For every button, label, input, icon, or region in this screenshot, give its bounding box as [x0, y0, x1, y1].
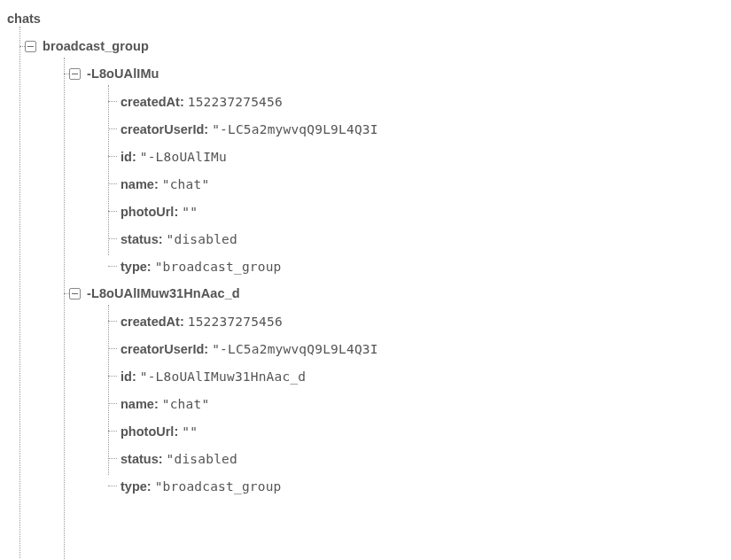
tree-connector: [108, 431, 117, 432]
tree-leaf[interactable]: status: "disabled: [96, 225, 731, 253]
prop-key: creatorUserId: [121, 342, 204, 356]
tree-row[interactable]: -L8oUAlIMuw31HnAac_d: [50, 280, 731, 307]
tree-connector: [108, 238, 117, 239]
tree-connector: [108, 128, 117, 129]
tree-connector: [108, 486, 117, 486]
prop-value: "-L8oUAlIMu: [140, 150, 227, 164]
prop-key: status: [121, 232, 159, 246]
tree-node: -L8oUAlIMuw31HnAac_d createdAt: 15223727…: [50, 280, 731, 500]
tree-label: -L8oUAlIMu: [87, 60, 159, 88]
prop-key: status: [121, 452, 159, 466]
prop-value: "chat": [162, 397, 210, 411]
tree-leaf[interactable]: status: "disabled: [96, 445, 731, 472]
tree-leaf[interactable]: creatorUserId: "-LC5a2mywvqQ9L9L4Q3I: [96, 335, 731, 362]
prop-key: photoUrl: [121, 205, 174, 219]
tree-connector: [19, 46, 25, 47]
tree-connector: [108, 266, 117, 267]
tree-row[interactable]: broadcast_group: [14, 33, 731, 60]
tree-row-root[interactable]: chats: [5, 5, 731, 33]
collapse-icon[interactable]: [69, 288, 81, 299]
prop-value: "": [182, 205, 198, 219]
prop-key: type: [121, 260, 147, 274]
tree-leaf[interactable]: photoUrl: "": [96, 417, 731, 445]
prop-key: id: [121, 369, 132, 384]
prop-value: "broadcast_group: [155, 479, 282, 494]
prop-key: name: [121, 177, 154, 191]
prop-value: "-LC5a2mywvqQ9L9L4Q3I: [212, 122, 378, 136]
tree-label: -L8oUAlIMuw31HnAac_d: [87, 280, 240, 307]
tree-leaf[interactable]: photoUrl: "": [96, 198, 731, 225]
prop-value: 152237275456: [188, 95, 283, 109]
tree-connector: [108, 321, 117, 322]
prop-key: id: [121, 150, 132, 164]
tree-node: broadcast_group -L8oUAlIMu: [14, 33, 731, 500]
prop-value: "disabled: [167, 452, 237, 466]
tree-connector: [108, 211, 117, 212]
tree-connector: [108, 183, 117, 184]
prop-value: "": [182, 424, 198, 439]
collapse-icon[interactable]: [69, 68, 81, 80]
prop-value: "-L8oUAlIMuw31HnAac_d: [140, 369, 307, 384]
tree-connector: [108, 348, 117, 349]
prop-key: type: [121, 479, 147, 494]
tree-label-root: chats: [7, 5, 41, 33]
tree-connector: [108, 403, 117, 404]
prop-key: createdAt: [121, 315, 180, 329]
prop-key: name: [121, 397, 154, 411]
tree-connector: [64, 74, 69, 74]
tree-leaf[interactable]: name: "chat": [96, 390, 731, 417]
tree-leaf[interactable]: creatorUserId: "-LC5a2mywvqQ9L9L4Q3I: [96, 115, 731, 143]
prop-value: "-LC5a2mywvqQ9L9L4Q3I: [212, 342, 378, 356]
tree-leaf[interactable]: id: "-L8oUAlIMuw31HnAac_d: [96, 362, 731, 390]
prop-value: 152237275456: [188, 315, 283, 329]
tree-row[interactable]: -L8oUAlIMu: [50, 60, 731, 88]
tree-leaf[interactable]: id: "-L8oUAlIMu: [96, 143, 731, 170]
prop-key: createdAt: [121, 95, 180, 109]
db-tree: chats broadcast_group: [5, 5, 731, 500]
tree-node: -L8oUAlIMu createdAt: 152237275456: [50, 60, 731, 280]
tree-connector: [108, 156, 117, 157]
tree-leaf[interactable]: type: "broadcast_group: [96, 472, 731, 500]
prop-value: "chat": [162, 177, 210, 191]
tree-connector: [64, 293, 69, 294]
prop-value: "disabled: [167, 232, 237, 246]
prop-value: "broadcast_group: [155, 260, 282, 274]
tree-leaf[interactable]: createdAt: 152237275456: [96, 307, 731, 335]
tree-connector: [108, 101, 117, 102]
prop-key: photoUrl: [121, 424, 174, 439]
tree-leaf[interactable]: type: "broadcast_group: [96, 253, 731, 280]
tree-node-root: chats broadcast_group: [5, 5, 731, 500]
collapse-icon[interactable]: [25, 41, 36, 52]
tree-connector: [108, 376, 117, 377]
tree-connector: [108, 458, 117, 459]
tree-label: broadcast_group: [43, 33, 149, 60]
tree-leaf[interactable]: name: "chat": [96, 170, 731, 198]
tree-leaf[interactable]: createdAt: 152237275456: [96, 88, 731, 115]
prop-key: creatorUserId: [121, 122, 204, 136]
